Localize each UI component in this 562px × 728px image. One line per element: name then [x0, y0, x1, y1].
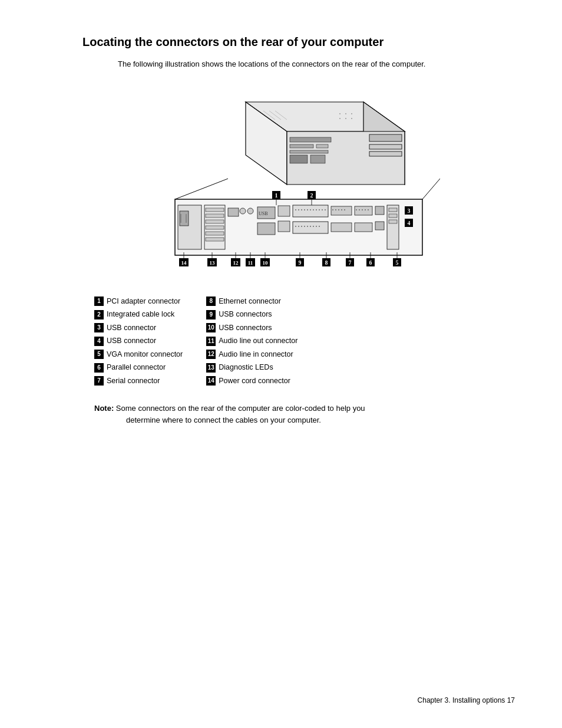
svg-rect-52 [331, 206, 352, 215]
svg-text:12: 12 [233, 260, 239, 266]
legend-label-8: Ethernet connector [219, 297, 281, 307]
svg-rect-11 [290, 155, 308, 163]
legend-item-14: 14 Power cord connector [206, 376, 297, 387]
note-text: Some connectors on the rear of the compu… [116, 404, 365, 413]
legend-label-6: Parallel connector [107, 363, 166, 373]
svg-point-61 [362, 209, 363, 210]
svg-point-60 [359, 209, 360, 210]
svg-point-72 [295, 226, 296, 227]
svg-text:USB: USB [259, 211, 268, 216]
svg-text:14: 14 [181, 260, 187, 266]
svg-point-48 [316, 209, 317, 210]
legend-label-2: Integrated cable lock [107, 309, 174, 320]
svg-rect-32 [206, 232, 224, 235]
svg-rect-40 [293, 205, 328, 217]
legend-left: 1 PCI adapter connector 2 Integrated cab… [94, 297, 183, 387]
svg-point-46 [310, 209, 311, 210]
svg-rect-39 [278, 206, 290, 216]
badge-6: 6 [94, 363, 104, 373]
svg-rect-28 [206, 208, 224, 212]
svg-rect-83 [375, 222, 384, 230]
badge-12: 12 [206, 350, 216, 359]
svg-point-19 [339, 118, 340, 119]
badge-14: 14 [206, 376, 216, 386]
legend-item-9: 9 USB connectors [206, 309, 297, 320]
svg-text:8: 8 [325, 259, 328, 266]
footer-text: Chapter 3. Installing options 17 [418, 696, 515, 704]
svg-point-74 [301, 226, 302, 227]
legend-item-7: 7 Serial connector [94, 376, 183, 387]
legend-item-8: 8 Ethernet connector [206, 297, 297, 307]
legend-label-10: USB connectors [219, 323, 272, 334]
svg-point-17 [345, 113, 346, 114]
svg-rect-71 [293, 222, 328, 233]
svg-point-16 [339, 113, 340, 114]
badge-13: 13 [206, 363, 216, 373]
svg-rect-5 [369, 144, 402, 149]
svg-rect-31 [206, 226, 224, 229]
svg-point-78 [313, 226, 314, 227]
svg-point-35 [240, 208, 246, 214]
note-text2: determine where to connect the cables on… [126, 414, 321, 426]
svg-point-59 [356, 209, 357, 210]
badge-8: 8 [206, 297, 216, 306]
badge-2: 2 [94, 310, 104, 319]
svg-point-53 [332, 209, 333, 210]
svg-text:11: 11 [248, 260, 253, 266]
svg-rect-82 [355, 223, 372, 232]
svg-point-36 [247, 208, 253, 214]
svg-text:10: 10 [263, 260, 269, 266]
legend-label-7: Serial connector [107, 376, 160, 387]
svg-point-43 [301, 209, 302, 210]
svg-rect-34 [228, 208, 239, 216]
svg-line-124 [175, 179, 228, 199]
svg-rect-12 [310, 155, 325, 163]
svg-point-76 [307, 226, 308, 227]
svg-text:5: 5 [396, 259, 399, 266]
legend-label-1: PCI adapter connector [107, 297, 180, 307]
badge-1: 1 [94, 297, 104, 306]
svg-point-20 [345, 118, 346, 119]
svg-text:1: 1 [275, 192, 278, 199]
badge-4: 4 [94, 337, 104, 346]
svg-text:3: 3 [408, 207, 411, 214]
legend-item-10: 10 USB connectors [206, 323, 297, 334]
svg-text:2: 2 [310, 192, 313, 199]
svg-point-57 [344, 209, 345, 210]
svg-point-51 [325, 209, 326, 210]
svg-rect-10 [290, 150, 328, 153]
legend-item-5: 5 VGA monitor connector [94, 350, 183, 360]
svg-rect-9 [316, 144, 328, 148]
section-title: Locating the connectors on the rear of y… [82, 35, 515, 49]
legend-item-3: 3 USB connector [94, 323, 183, 334]
svg-rect-6 [369, 151, 402, 156]
svg-point-42 [298, 209, 299, 210]
svg-rect-66 [389, 208, 397, 212]
svg-point-44 [304, 209, 305, 210]
svg-point-62 [365, 209, 366, 210]
svg-text:13: 13 [210, 260, 216, 266]
svg-text:7: 7 [349, 259, 352, 266]
svg-point-55 [338, 209, 339, 210]
svg-rect-67 [389, 214, 397, 218]
svg-point-63 [368, 209, 369, 210]
legend-container: 1 PCI adapter connector 2 Integrated cab… [94, 297, 515, 387]
svg-text:6: 6 [369, 259, 372, 266]
svg-rect-69 [257, 223, 275, 235]
note-section: Note: Some connectors on the rear of the… [94, 403, 515, 426]
svg-point-75 [304, 226, 305, 227]
svg-text:9: 9 [299, 259, 302, 266]
svg-rect-68 [389, 220, 397, 223]
badge-3: 3 [94, 323, 104, 332]
legend-label-3: USB connector [107, 323, 156, 334]
svg-point-54 [335, 209, 336, 210]
svg-text:4: 4 [408, 220, 411, 226]
svg-point-18 [351, 113, 352, 114]
svg-point-80 [319, 226, 320, 227]
computer-diagram: USB [157, 84, 440, 285]
badge-5: 5 [94, 350, 104, 359]
legend-right: 8 Ethernet connector 9 USB connectors 10… [206, 297, 297, 387]
svg-point-79 [316, 226, 317, 227]
note-label: Note: [94, 404, 114, 413]
legend-label-14: Power cord connector [219, 376, 290, 387]
